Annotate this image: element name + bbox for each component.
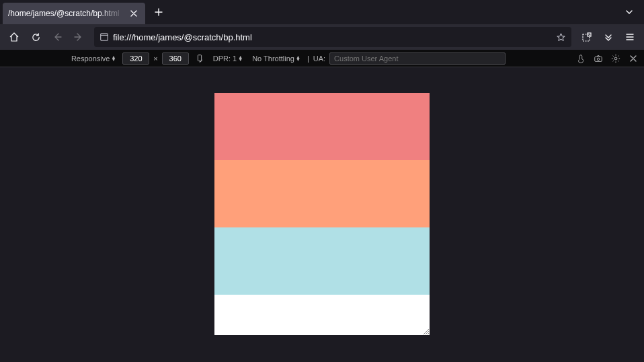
select-chevrons-icon: ▲▼ xyxy=(111,56,116,61)
rdm-close-button[interactable] xyxy=(627,52,640,65)
resize-handle[interactable] xyxy=(421,327,430,335)
svg-rect-3 xyxy=(198,55,201,61)
select-chevrons-icon: ▲▼ xyxy=(238,56,243,61)
reload-button[interactable] xyxy=(26,27,46,47)
content-stripe-2 xyxy=(214,160,430,227)
tab-strip: /home/james/@scratch/bp.html xyxy=(0,0,644,24)
device-select[interactable]: Responsive ▲▼ xyxy=(69,53,118,64)
back-button[interactable] xyxy=(47,27,67,47)
overflow-menu-button[interactable] xyxy=(598,27,618,47)
browser-tab[interactable]: /home/james/@scratch/bp.html xyxy=(3,3,145,24)
rdm-settings-button[interactable] xyxy=(609,52,622,65)
touch-simulation-button[interactable] xyxy=(574,52,588,65)
tab-title: /home/james/@scratch/bp.html xyxy=(8,9,124,18)
content-stripe-1 xyxy=(214,93,430,160)
svg-point-6 xyxy=(614,57,617,60)
dimension-separator: × xyxy=(153,55,157,63)
svg-rect-1 xyxy=(583,34,590,41)
app-menu-button[interactable] xyxy=(620,27,640,47)
page-info-icon[interactable] xyxy=(99,32,109,42)
home-button[interactable] xyxy=(4,27,24,47)
viewport-width-input[interactable] xyxy=(122,52,149,65)
content-stripe-3 xyxy=(214,227,430,295)
dpr-label: DPR: 1 xyxy=(213,55,237,63)
svg-rect-4 xyxy=(595,57,602,61)
dpr-select[interactable]: DPR: 1 ▲▼ xyxy=(210,53,245,64)
close-tab-button[interactable] xyxy=(128,7,140,20)
bookmark-star-icon[interactable] xyxy=(556,32,566,42)
navigation-toolbar: file:///home/james/@scratch/bp.html xyxy=(0,24,644,50)
throttling-select[interactable]: No Throttling ▲▼ xyxy=(249,53,303,64)
ua-input[interactable] xyxy=(329,52,506,65)
rdm-toolbar: Responsive ▲▼ × DPR: 1 ▲▼ No Throttling … xyxy=(0,50,644,67)
extension-button[interactable] xyxy=(577,27,597,47)
ua-label: UA: xyxy=(313,55,325,63)
viewport-height-input[interactable] xyxy=(162,52,189,65)
throttling-label: No Throttling xyxy=(252,55,294,63)
device-select-label: Responsive xyxy=(71,55,110,63)
screenshot-button[interactable] xyxy=(592,52,605,65)
list-tabs-button[interactable] xyxy=(620,3,639,22)
forward-button[interactable] xyxy=(69,27,89,47)
svg-rect-0 xyxy=(101,34,108,41)
select-chevrons-icon: ▲▼ xyxy=(296,56,300,61)
content-stripe-4 xyxy=(214,295,430,335)
device-viewport[interactable] xyxy=(214,93,430,335)
rotate-viewport-button[interactable] xyxy=(193,52,206,65)
new-tab-button[interactable] xyxy=(149,3,168,22)
url-bar[interactable]: file:///home/james/@scratch/bp.html xyxy=(94,27,571,47)
svg-point-5 xyxy=(597,58,600,61)
url-text: file:///home/james/@scratch/bp.html xyxy=(113,32,552,42)
viewport-area xyxy=(0,67,644,362)
